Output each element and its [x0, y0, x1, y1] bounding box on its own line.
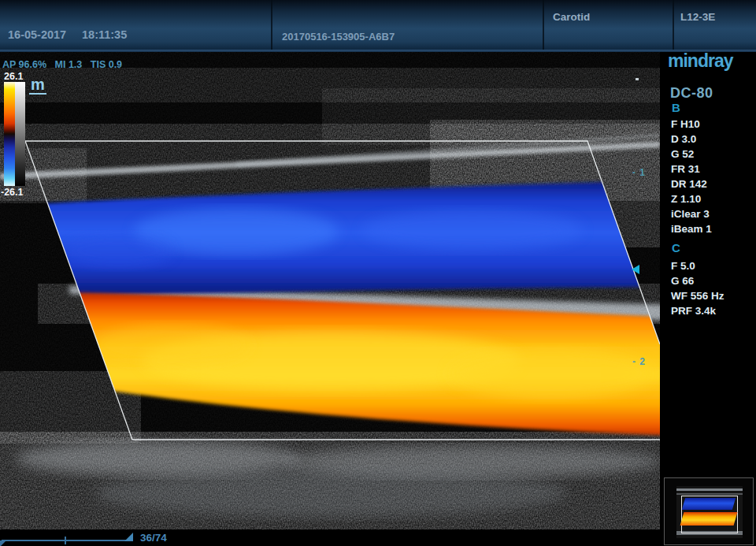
- ultrasound-render: [0, 52, 660, 546]
- param-prf: PRF 3.4k: [671, 303, 724, 318]
- param-frequency: F H10: [671, 117, 712, 132]
- c-mode-params: F 5.0 G 66 WF 556 Hz PRF 3.4k: [671, 258, 724, 318]
- thermal-index: TIS 0.9: [91, 59, 122, 70]
- mindray-logo: mindray: [668, 50, 732, 72]
- topbar-divider: [271, 0, 272, 50]
- parameter-sidebar: mindray DC-80 B F H10 D 3.0 G 52 FR 31 D…: [660, 52, 756, 546]
- thumb-tissue-line: [676, 488, 743, 491]
- param-wall-filter: WF 556 Hz: [671, 288, 724, 303]
- ultrasound-image-area[interactable]: AP 96.6% MI 1.3 TIS 0.9 26.1 -26.1 m - 1…: [0, 52, 660, 546]
- thumbnail-image: [676, 486, 743, 538]
- b-mode-params: F H10 D 3.0 G 52 FR 31 DR 142 Z 1.10 iCl…: [671, 117, 712, 236]
- param-gain: G 52: [671, 147, 712, 162]
- acoustic-output-line: AP 96.6% MI 1.3 TIS 0.9: [2, 59, 128, 70]
- b-mode-label: B: [672, 101, 680, 114]
- machine-model: DC-80: [670, 85, 713, 102]
- cine-start-icon: [0, 540, 6, 546]
- color-scale-min: -26.1: [1, 187, 24, 198]
- exam-time: 18:11:35: [82, 28, 127, 41]
- exam-id: 20170516-153905-A6B7: [282, 31, 395, 43]
- param-zoom: Z 1.10: [671, 191, 712, 206]
- acoustic-power: AP 96.6%: [2, 59, 46, 70]
- exam-preset[interactable]: Carotid: [553, 11, 590, 23]
- param-iclear: iClear 3: [671, 206, 712, 221]
- param-frame-rate: FR 31: [671, 162, 712, 176]
- probe-name[interactable]: L12-3E: [680, 11, 715, 23]
- velocity-color-strip: [4, 82, 15, 186]
- depth-tick-icon: [636, 78, 639, 80]
- topbar-divider: [673, 0, 674, 50]
- grayscale-strip: [15, 82, 25, 186]
- param-dynamic-range: DR 142: [671, 176, 712, 191]
- param-ibeam: iBeam 1: [671, 221, 712, 236]
- topbar-divider: [543, 0, 544, 50]
- thumb-flow-blue: [682, 498, 736, 510]
- thumb-flow-orange: [680, 512, 738, 526]
- depth-marker-2: - 2: [632, 356, 646, 367]
- cine-loop-bar[interactable]: 36/74: [0, 530, 205, 546]
- thumb-tissue-line: [676, 493, 743, 495]
- top-status-bar: 16-05-2017 18:11:35 20170516-153905-A6B7…: [0, 0, 756, 52]
- param-c-gain: G 66: [671, 273, 724, 288]
- cine-frame-counter: 36/74: [140, 532, 167, 544]
- focus-position-icon: [632, 265, 639, 274]
- cine-mid-tick: [65, 537, 66, 544]
- depth-marker-1: - 1: [632, 167, 646, 178]
- c-mode-label: C: [672, 241, 680, 254]
- mindray-m-icon: m: [29, 76, 46, 95]
- cine-track[interactable]: [2, 540, 132, 541]
- mechanical-index: MI 1.3: [55, 59, 83, 70]
- color-scale-max: 26.1: [4, 71, 23, 82]
- exam-date: 16-05-2017: [8, 28, 66, 41]
- clip-thumbnail[interactable]: [664, 477, 754, 545]
- param-depth: D 3.0: [671, 132, 712, 147]
- cine-playhead-icon[interactable]: [124, 533, 133, 541]
- param-c-frequency: F 5.0: [671, 258, 724, 273]
- color-doppler-scale-bar: [4, 82, 27, 186]
